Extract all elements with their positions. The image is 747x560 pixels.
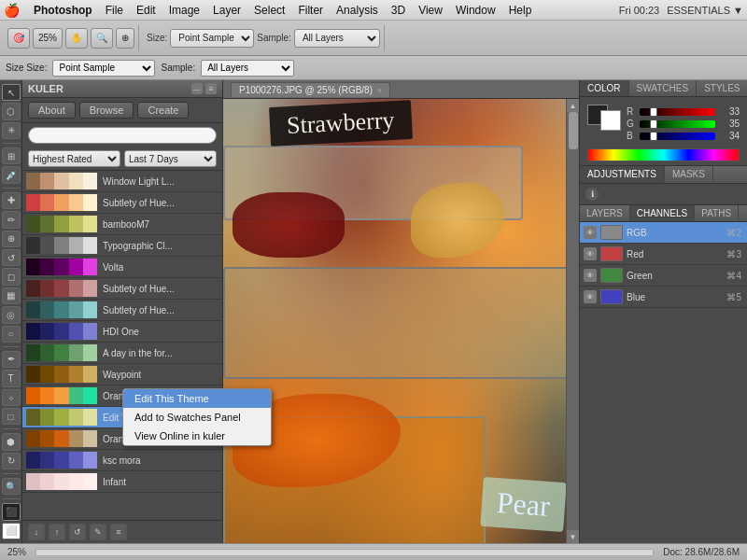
- channels-tab-btn[interactable]: CHANNELS: [630, 205, 695, 221]
- adjustments-tab[interactable]: ADJUSTMENTS: [580, 166, 665, 183]
- essentials-button[interactable]: ESSENTIALS ▼: [667, 5, 743, 16]
- path-select-tool[interactable]: ⬦: [2, 389, 21, 406]
- bg-color[interactable]: ⬜: [2, 523, 21, 539]
- document-tab[interactable]: P1000276.JPG @ 25% (RGB/8) ×: [231, 82, 390, 97]
- layers-tab[interactable]: LAYERS: [580, 205, 630, 221]
- dodge-tool[interactable]: ○: [2, 326, 21, 343]
- kuler-search-input[interactable]: [28, 127, 217, 144]
- green-thumb[interactable]: [650, 119, 657, 129]
- color-tab[interactable]: COLOR: [580, 80, 629, 96]
- channel-row-red[interactable]: 👁Red⌘3: [580, 244, 747, 265]
- menu-window[interactable]: Window: [449, 2, 502, 19]
- zoom-btn[interactable]: 25%: [33, 28, 63, 49]
- kuler-browse-tab[interactable]: Browse: [79, 102, 134, 119]
- kuler-item-9[interactable]: Waypoint: [22, 364, 222, 385]
- swatches-tab[interactable]: SWATCHES: [629, 80, 698, 96]
- menu-file[interactable]: File: [99, 2, 130, 19]
- sizeoption-select[interactable]: Point Sample: [52, 60, 155, 77]
- panel-menu[interactable]: ≡: [205, 83, 217, 94]
- apple-menu[interactable]: 🍎: [4, 3, 20, 18]
- channel-eye-green[interactable]: 👁: [584, 269, 597, 282]
- fg-color[interactable]: ⬛: [2, 503, 21, 520]
- channel-eye-red[interactable]: 👁: [584, 247, 597, 260]
- scroll-track[interactable]: [567, 112, 579, 530]
- healing-brush-tool[interactable]: ✚: [2, 192, 21, 209]
- scroll-up-btn[interactable]: ▲: [567, 99, 579, 112]
- scroll-down-btn[interactable]: ▼: [567, 530, 579, 543]
- red-slider[interactable]: [640, 108, 715, 116]
- menu-analysis[interactable]: Analysis: [330, 2, 385, 19]
- channel-row-rgb[interactable]: 👁RGB⌘2: [580, 222, 747, 244]
- channel-row-green[interactable]: 👁Green⌘4: [580, 265, 747, 287]
- kuler-remove-icon[interactable]: ↑: [49, 524, 65, 540]
- kuler-item-6[interactable]: Subtlety of Hue...: [22, 300, 222, 321]
- kuler-menu-icon[interactable]: ≡: [110, 524, 127, 540]
- gradient-tool[interactable]: ▦: [2, 287, 21, 304]
- size-select[interactable]: Point Sample 3x3 Average 5x5 Average: [170, 29, 254, 48]
- red-thumb[interactable]: [650, 107, 657, 117]
- canvas-scrollbar[interactable]: ▲ ▼: [566, 99, 579, 543]
- kuler-item-2[interactable]: bambooM7: [22, 214, 222, 235]
- kuler-refresh-icon[interactable]: ↺: [69, 524, 86, 540]
- menu-image[interactable]: Image: [162, 2, 206, 19]
- kuler-item-3[interactable]: Typographic Cl...: [22, 235, 222, 257]
- styles-tab[interactable]: STYLES: [697, 80, 747, 96]
- fg-bg-colors[interactable]: [587, 105, 621, 131]
- canvas-container[interactable]: Strawberry Pear ▲ ▼: [223, 99, 579, 543]
- kuler-rating-filter[interactable]: Highest Rated Most Popular Newest: [28, 150, 120, 167]
- panel-minimize[interactable]: —: [191, 83, 203, 94]
- sample-select[interactable]: All Layers Current Layer: [294, 29, 380, 48]
- green-slider[interactable]: [640, 120, 715, 128]
- kuler-item-7[interactable]: HDI One: [22, 321, 222, 343]
- menu-3d[interactable]: 3D: [385, 2, 412, 19]
- kuler-item-13[interactable]: ksc mora: [22, 450, 222, 471]
- kuler-item-1[interactable]: Subtlety of Hue...: [22, 192, 222, 214]
- blue-slider[interactable]: [640, 133, 715, 140]
- history-brush-tool[interactable]: ↺: [2, 249, 21, 266]
- doc-close-btn[interactable]: ×: [377, 86, 382, 95]
- brush-tool[interactable]: ✏: [2, 211, 21, 228]
- context-edit-theme[interactable]: Edit This Theme: [123, 389, 271, 408]
- kuler-create-tab[interactable]: Create: [137, 102, 189, 119]
- text-tool[interactable]: T: [2, 370, 21, 386]
- zoom-in-btn[interactable]: 🔍: [91, 28, 113, 49]
- blur-tool[interactable]: ◎: [2, 306, 21, 323]
- kuler-add-icon[interactable]: ↓: [28, 524, 45, 540]
- move-tool[interactable]: ↖: [2, 84, 21, 101]
- paths-tab[interactable]: PATHS: [695, 205, 739, 221]
- context-add-swatches[interactable]: Add to Swatches Panel: [123, 408, 271, 427]
- kuler-item-14[interactable]: Infant: [22, 471, 222, 493]
- lasso-tool[interactable]: ⬡: [2, 103, 21, 119]
- scroll-thumb[interactable]: [569, 112, 578, 149]
- blue-thumb[interactable]: [650, 132, 657, 141]
- rotate-view-tool[interactable]: ↻: [2, 453, 21, 469]
- pen-tool[interactable]: ✒: [2, 351, 21, 368]
- kuler-item-5[interactable]: Subtlety of Hue...: [22, 278, 222, 300]
- color-spectrum[interactable]: [587, 148, 740, 161]
- sample-tool-btn[interactable]: ⊕: [116, 28, 134, 49]
- kuler-item-4[interactable]: Volta: [22, 257, 222, 278]
- kuler-about-tab[interactable]: About: [28, 102, 76, 119]
- masks-tab[interactable]: MASKS: [665, 166, 713, 183]
- eraser-tool[interactable]: ◻: [2, 268, 21, 285]
- eyedropper-tool[interactable]: 💉: [2, 166, 21, 183]
- menu-layer[interactable]: Layer: [206, 2, 247, 19]
- zoom-tool[interactable]: 🔍: [2, 478, 21, 495]
- clone-stamp-tool[interactable]: ⊕: [2, 231, 21, 247]
- shape-tool[interactable]: □: [2, 408, 21, 425]
- menu-view[interactable]: View: [412, 2, 449, 19]
- channel-row-blue[interactable]: 👁Blue⌘5: [580, 287, 747, 308]
- context-view-online[interactable]: View Online in kuler: [123, 427, 271, 445]
- menu-filter[interactable]: Filter: [291, 2, 330, 19]
- adj-info-icon[interactable]: ℹ: [585, 188, 599, 201]
- crop-tool[interactable]: ⊞: [2, 147, 21, 164]
- magic-wand-tool[interactable]: ✳: [2, 122, 21, 139]
- 3d-tool[interactable]: ⬢: [2, 433, 21, 450]
- pan-btn[interactable]: ✋: [65, 28, 88, 49]
- menu-select[interactable]: Select: [247, 2, 291, 19]
- eyedropper-tool-btn[interactable]: 🎯: [7, 28, 30, 49]
- background-color[interactable]: [600, 110, 621, 131]
- channel-eye-rgb[interactable]: 👁: [584, 226, 597, 239]
- kuler-edit-icon[interactable]: ✎: [90, 524, 106, 540]
- channel-eye-blue[interactable]: 👁: [584, 290, 597, 303]
